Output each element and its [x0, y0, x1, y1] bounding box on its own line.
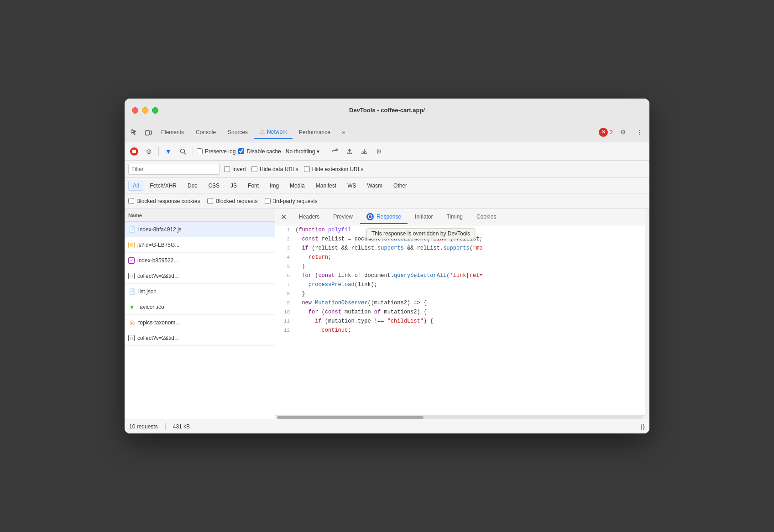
tab-more[interactable]: »: [337, 126, 351, 138]
request-name-3: collect?v=2&tid...: [137, 273, 271, 279]
tab-sources[interactable]: Sources: [222, 126, 253, 138]
device-toolbar-icon[interactable]: [142, 126, 155, 139]
code-row-11: 11 if (mutation.type !== "childList") {: [275, 317, 645, 326]
blocked-requests-label: Blocked requests: [215, 198, 257, 204]
scroll-thumb: [277, 416, 424, 419]
request-item-5[interactable]: ▼ favicon.ico: [125, 299, 275, 315]
maximize-button[interactable]: [152, 107, 158, 114]
line-content-9: new MutationObserver((mutations2) => {: [293, 298, 645, 308]
error-icon: ✕: [599, 128, 608, 137]
horizontal-scrollbar[interactable]: [275, 415, 645, 419]
toolbar-divider-1: [158, 147, 159, 156]
tab-cookies[interactable]: Cookies: [470, 211, 502, 224]
request-icon-6: ◎: [128, 319, 136, 326]
network-settings-icon[interactable]: ⚙: [373, 146, 385, 157]
invert-checkbox[interactable]: Invert: [224, 166, 246, 172]
tab-elements[interactable]: Elements: [156, 126, 189, 138]
request-icon-3: □: [128, 273, 135, 279]
tab-preview[interactable]: Preview: [327, 211, 359, 224]
code-area[interactable]: This response is overridden by DevTools …: [275, 225, 645, 415]
request-icon-0: 📄: [128, 226, 136, 233]
request-item-0[interactable]: 📄 index-8bfa4912.js: [125, 222, 275, 237]
type-filter-css[interactable]: CSS: [204, 181, 224, 191]
close-button[interactable]: [132, 107, 138, 114]
status-divider: [165, 423, 166, 430]
minimize-button[interactable]: [142, 107, 148, 114]
line-num-9: 9: [275, 298, 293, 308]
disable-cache-input[interactable]: [238, 148, 244, 154]
type-filter-media[interactable]: Media: [285, 181, 309, 191]
override-tooltip: This response is overridden by DevTools: [366, 228, 475, 239]
blocked-cookies-checkbox[interactable]: Blocked response cookies: [128, 198, 200, 204]
filter-icon[interactable]: ▼: [162, 146, 174, 157]
preserve-log-checkbox[interactable]: Preserve log: [197, 148, 235, 155]
svg-line-3: [184, 152, 186, 154]
hide-data-urls-checkbox[interactable]: Hide data URLs: [251, 166, 298, 172]
request-item-1[interactable]: ⊞ js?id=G-LB75G...: [125, 237, 275, 253]
blocked-cookies-input[interactable]: [128, 198, 134, 204]
request-item-6[interactable]: ◎ topics-taxonom...: [125, 315, 275, 330]
blocked-requests-input[interactable]: [207, 198, 213, 204]
type-filter-all[interactable]: All: [128, 181, 143, 191]
type-filter-other[interactable]: Other: [389, 181, 412, 191]
tab-performance-label: Performance: [299, 129, 330, 136]
type-filter-ws[interactable]: WS: [343, 181, 361, 191]
tab-headers[interactable]: Headers: [293, 211, 326, 224]
traffic-lights: [132, 107, 158, 114]
record-stop-button[interactable]: [128, 146, 140, 157]
disable-cache-checkbox[interactable]: Disable cache: [238, 148, 281, 155]
invert-label: Invert: [232, 166, 246, 172]
hide-data-urls-input[interactable]: [251, 166, 257, 172]
error-badge[interactable]: ✕ 2: [599, 128, 613, 137]
format-json-icon[interactable]: {}: [641, 423, 645, 430]
type-filter-img[interactable]: Img: [265, 181, 283, 191]
record-stop-icon: [130, 147, 138, 156]
line-content-7: processPreload(link);: [293, 280, 645, 289]
third-party-input[interactable]: [265, 198, 271, 204]
tab-timing[interactable]: Timing: [440, 211, 469, 224]
search-icon[interactable]: [177, 146, 189, 157]
line-num-1: 1: [275, 225, 293, 235]
code-row-12: 12 continue;: [275, 326, 645, 335]
extra-filter-bar: Blocked response cookies Blocked request…: [125, 193, 649, 209]
request-item-3[interactable]: □ collect?v=2&tid...: [125, 268, 275, 284]
network-conditions-icon[interactable]: [329, 146, 341, 157]
hide-ext-urls-checkbox[interactable]: Hide extension URLs: [304, 166, 364, 172]
tab-elements-label: Elements: [161, 129, 184, 136]
type-filter-js[interactable]: JS: [226, 181, 241, 191]
tab-response[interactable]: Response: [360, 210, 408, 224]
more-options-icon[interactable]: ⋮: [633, 126, 646, 139]
warn-icon: ⚠: [260, 128, 265, 135]
tab-network[interactable]: ⚠ Network: [254, 125, 293, 139]
settings-icon[interactable]: ⚙: [617, 126, 629, 139]
preserve-log-input[interactable]: [197, 148, 203, 154]
hide-ext-urls-input[interactable]: [304, 166, 310, 172]
element-selector-icon[interactable]: [128, 126, 141, 139]
filter-input[interactable]: [128, 164, 220, 175]
type-filter-font[interactable]: Font: [243, 181, 263, 191]
tab-initiator[interactable]: Initiator: [408, 211, 439, 224]
request-item-4[interactable]: 📄 list.json: [125, 284, 275, 299]
tab-console[interactable]: Console: [190, 126, 221, 138]
type-filter-manifest[interactable]: Manifest: [311, 181, 341, 191]
vertical-scrollbar[interactable]: [645, 209, 649, 419]
request-name-5: favicon.ico: [138, 304, 271, 310]
hide-data-urls-label: Hide data URLs: [260, 166, 298, 172]
request-item-7[interactable]: □ collect?v=2&tid...: [125, 330, 275, 346]
download-har-icon[interactable]: [358, 146, 370, 157]
type-filter-doc[interactable]: Doc: [183, 181, 202, 191]
clear-button[interactable]: ⊘: [143, 146, 155, 157]
third-party-checkbox[interactable]: 3rd-party requests: [265, 198, 317, 204]
type-filter-wasm[interactable]: Wasm: [363, 181, 387, 191]
blocked-requests-checkbox[interactable]: Blocked requests: [207, 198, 257, 204]
request-item-2[interactable]: ✓ index-b859522...: [125, 253, 275, 268]
tab-timing-label: Timing: [446, 214, 463, 220]
tab-performance[interactable]: Performance: [293, 126, 336, 138]
invert-input[interactable]: [224, 166, 230, 172]
upload-har-icon[interactable]: [344, 146, 356, 157]
throttle-select[interactable]: No throttling ▾: [284, 147, 322, 156]
type-filter-fetch-xhr[interactable]: Fetch/XHR: [145, 181, 181, 191]
close-detail-button[interactable]: ✕: [277, 211, 290, 224]
request-items: 📄 index-8bfa4912.js ⊞ js?id=G-LB75G... ✓…: [125, 222, 275, 419]
line-num-12: 12: [275, 326, 293, 335]
